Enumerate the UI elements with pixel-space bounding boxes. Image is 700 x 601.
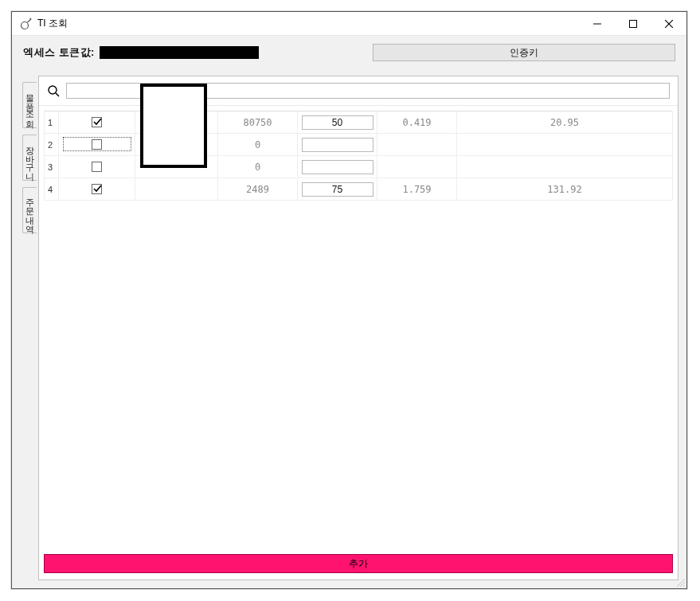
minimize-button[interactable] (579, 12, 615, 36)
table-row: 1807500.41920.95 (45, 111, 673, 134)
auth-key-button[interactable]: 인증키 (373, 44, 675, 61)
maximize-button[interactable] (615, 12, 651, 36)
tab-orders[interactable]: 주문내역 (22, 187, 37, 233)
search-icon (47, 84, 60, 97)
row-col-d (457, 134, 673, 156)
row-qty-input[interactable] (302, 138, 373, 152)
tab-cart[interactable]: 장바구니 (22, 135, 37, 181)
row-col-d (457, 156, 673, 178)
bottom-bar: 추가 (39, 549, 678, 580)
token-value-redacted (100, 46, 259, 59)
row-checkbox-cell (59, 178, 135, 201)
top-area: 엑세스 토큰값: 인증키 (12, 36, 686, 68)
table-row: 20 (45, 134, 673, 156)
row-qty-input[interactable] (302, 115, 373, 130)
row-col-a: 0 (218, 134, 298, 156)
close-button[interactable] (651, 12, 686, 36)
row-checkbox-cell (59, 156, 135, 178)
row-checkbox-cell (59, 111, 135, 134)
row-col-d: 20.95 (457, 111, 673, 134)
side-tabs: 물품조회 장바구니 주문내역 (20, 76, 39, 580)
row-checkbox[interactable] (92, 139, 102, 150)
row-index: 3 (45, 156, 59, 178)
row-qty-input[interactable] (302, 182, 373, 197)
row-col-c: 1.759 (377, 178, 457, 201)
svg-point-5 (49, 86, 57, 94)
app-window: TI 조회 엑세스 토큰값: 인증키 물품조회 장바구니 주문내역 (11, 11, 687, 589)
row-col-a: 2489 (218, 178, 298, 201)
row-col-a: 0 (218, 156, 298, 178)
table-row: 424891.759131.92 (45, 178, 673, 201)
row-qty-cell (298, 134, 377, 156)
resize-grip[interactable] (675, 577, 685, 587)
row-qty-cell (298, 178, 377, 201)
svg-rect-2 (629, 20, 636, 27)
tab-item-lookup[interactable]: 물품조회 (22, 82, 37, 128)
row-qty-input[interactable] (302, 160, 373, 174)
row-index: 4 (45, 178, 59, 201)
add-button[interactable]: 추가 (44, 554, 673, 573)
titlebar: TI 조회 (12, 12, 686, 36)
data-table: 1807500.41920.952030424891.759131.92 (44, 111, 673, 201)
content-panel: 1807500.41920.952030424891.759131.92 추가 (38, 76, 678, 580)
svg-line-6 (56, 93, 59, 96)
table-row: 30 (45, 156, 673, 178)
row-image-cell (135, 178, 218, 201)
row-index: 1 (45, 111, 59, 134)
row-checkbox[interactable] (92, 117, 102, 127)
row-col-a: 80750 (218, 111, 298, 134)
row-col-c (377, 134, 457, 156)
app-icon (20, 18, 33, 30)
window-title: TI 조회 (37, 17, 68, 30)
row-col-c (377, 156, 457, 178)
row-col-c: 0.419 (377, 111, 457, 134)
svg-line-9 (683, 585, 685, 587)
svg-point-0 (22, 21, 29, 29)
row-qty-cell (298, 111, 377, 134)
row-index: 2 (45, 134, 59, 156)
search-bar (39, 76, 678, 106)
row-qty-cell (298, 156, 377, 178)
item-thumbnail (140, 106, 207, 168)
table-area: 1807500.41920.952030424891.759131.92 (39, 106, 678, 549)
row-checkbox-cell (59, 134, 135, 156)
row-checkbox[interactable] (92, 162, 102, 172)
row-checkbox[interactable] (92, 184, 102, 194)
token-label: 엑세스 토큰값: (23, 45, 95, 60)
row-col-d: 131.92 (457, 178, 673, 201)
